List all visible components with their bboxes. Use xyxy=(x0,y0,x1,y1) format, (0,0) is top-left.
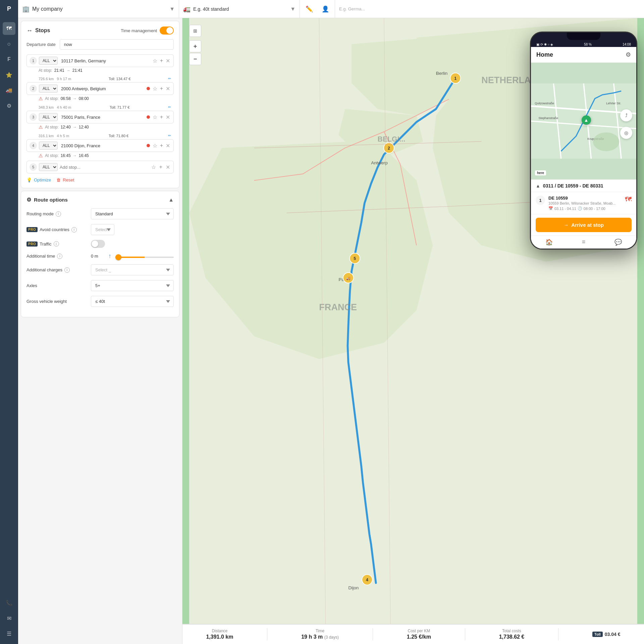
vehicle-selector[interactable]: 🚛 E.g. 40t standard ▼ xyxy=(179,0,300,18)
stop-3-remove-button[interactable]: ✕ xyxy=(165,113,171,121)
traffic-toggle[interactable] xyxy=(91,240,105,248)
stop-4-star-button[interactable]: ☆ xyxy=(152,142,158,150)
reset-button[interactable]: 🗑 Reset xyxy=(56,177,74,182)
phone-stop-time: 📅 03.11 - 04.11 🕐 08:00 - 17:00 xyxy=(548,206,622,211)
svg-text:FRANCE: FRANCE xyxy=(319,302,357,312)
additional-time-slider[interactable] xyxy=(115,257,174,258)
stop-3-star-button[interactable]: ☆ xyxy=(152,113,158,121)
sidebar-item-f[interactable]: F xyxy=(3,53,15,66)
add-stop-plus-button[interactable]: + xyxy=(159,163,163,171)
phone-list-button[interactable]: ≡ xyxy=(582,238,586,246)
routing-mode-select[interactable]: Standard xyxy=(91,208,174,219)
phone-calendar-icon: 📅 xyxy=(548,206,553,211)
stop-1-actions: ☆ + ✕ xyxy=(152,57,171,65)
additional-charges-select[interactable]: Select _ xyxy=(91,264,174,275)
stop-4-add-button[interactable]: + xyxy=(159,142,164,150)
gross-vehicle-weight-select[interactable]: ≤ 40t xyxy=(91,296,174,307)
stop-4-alert-dot xyxy=(147,144,150,147)
time-management-toggle[interactable] xyxy=(160,26,174,35)
axles-select[interactable]: 5+ xyxy=(91,280,174,291)
edit-button[interactable]: ✏️ xyxy=(304,4,315,14)
phone-chat-button[interactable]: 💬 xyxy=(614,238,622,246)
company-selector[interactable]: 🏢 My company ▼ xyxy=(18,0,179,18)
layers-button[interactable]: ⊞ xyxy=(189,25,201,37)
bottom-stat-distance: Distance 1,391.0 km xyxy=(206,629,233,640)
phone-share-button[interactable]: ⤴ xyxy=(620,109,632,121)
traffic-info-icon[interactable]: i xyxy=(54,241,59,247)
additional-time-value: 0 m xyxy=(91,254,104,259)
zoom-in-button[interactable]: + xyxy=(189,40,201,52)
stop-4-time-label: At stop: xyxy=(45,153,59,158)
stop-1-time-row: At stop: 21:41 → 21:41 xyxy=(26,67,174,74)
stop-1-star-button[interactable]: ☆ xyxy=(152,57,158,65)
stop-4-remove-button[interactable]: ✕ xyxy=(165,142,171,150)
phone-home-button[interactable]: 🏠 xyxy=(545,238,553,246)
stop-1-remove-button[interactable]: ✕ xyxy=(165,57,171,65)
phone-stop-map-icon[interactable]: 🗺 xyxy=(625,196,632,203)
stop-item-4: 4 ALL 21000 Dijon, France ☆ + ✕ ⚠ At sto… xyxy=(26,139,174,159)
route-options-collapse-icon: ▲ xyxy=(168,197,174,203)
bottom-bar: Distance 1,391.0 km Time 19 h 3 m (3 day… xyxy=(182,624,644,644)
stop-type-select-2[interactable]: ALL xyxy=(39,85,58,93)
add-stop-input[interactable] xyxy=(60,165,149,170)
sidebar-item-circle[interactable]: ○ xyxy=(3,38,15,50)
add-stop-type-select[interactable]: ALL xyxy=(39,163,58,171)
add-stop-star-button[interactable]: ☆ xyxy=(151,163,157,171)
svg-text:Quitzowstraße: Quitzowstraße xyxy=(535,102,554,105)
additional-charges-info-icon[interactable]: i xyxy=(64,267,70,273)
bottom-divider-3 xyxy=(465,628,465,640)
sidebar-item-phone[interactable]: 📞 xyxy=(3,596,15,609)
svg-text:Antwerp: Antwerp xyxy=(371,160,388,165)
filter-icon: ⚙ xyxy=(26,197,31,203)
add-stop-remove-button[interactable]: ✕ xyxy=(165,163,171,171)
sidebar-item-settings[interactable]: ⚙ xyxy=(3,99,15,112)
routing-mode-row: Routing mode i Standard xyxy=(26,208,174,219)
bottom-distance-value: 1,391.0 km xyxy=(206,634,233,640)
bottom-toll: Toll 03.04 € xyxy=(592,632,620,637)
additional-time-info-icon[interactable]: i xyxy=(57,254,62,259)
stop-3-alert-dot xyxy=(147,115,150,119)
segment-2-edit-icon[interactable]: ✏ xyxy=(168,105,171,109)
avoid-countries-info-icon[interactable]: i xyxy=(71,227,77,232)
avoid-countries-select[interactable]: Select . xyxy=(91,224,114,235)
segment-2: 348.3 km 4 h 40 m Toll: 71.77 € ✏ xyxy=(26,104,174,111)
gross-vehicle-weight-text: Gross vehicle weight xyxy=(26,299,67,304)
routing-mode-info-icon[interactable]: i xyxy=(56,211,61,217)
segment-3-edit-icon[interactable]: ✏ xyxy=(168,133,171,138)
sidebar-item-route[interactable]: 🗺 xyxy=(3,22,15,35)
phone-stop-info: DE 10559 10559 Berlin, Wilsnacker Straße… xyxy=(548,196,622,211)
stop-2-add-button[interactable]: + xyxy=(159,85,164,93)
sidebar-item-menu[interactable]: ☰ xyxy=(3,627,15,640)
phone-mockup: ▣ ⟳ ✱ ○ ◈ 58 % 14:08 Home ⚙ xyxy=(530,32,637,250)
stop-4-time-to: 16:45 xyxy=(79,153,89,158)
stop-1-add-button[interactable]: + xyxy=(159,57,164,65)
stop-3-add-button[interactable]: + xyxy=(159,113,164,121)
zoom-out-button[interactable]: − xyxy=(189,53,201,65)
phone-time: 14:08 xyxy=(623,43,631,46)
phone-route-collapse-icon[interactable]: ▲ xyxy=(536,183,540,189)
svg-text:Dijon: Dijon xyxy=(348,585,359,590)
segment-1-edit-icon[interactable]: ✏ xyxy=(168,76,171,81)
stop-type-select-3[interactable]: ALL xyxy=(39,113,58,121)
stop-2-remove-button[interactable]: ✕ xyxy=(165,85,171,93)
stop-type-select-1[interactable]: ALL xyxy=(39,57,58,65)
map-area[interactable]: NETHERLANDS BELGI... FRANCE GERMANY Berl… xyxy=(182,18,644,624)
optimize-button[interactable]: 💡 Optimize xyxy=(26,177,51,182)
stop-type-select-4[interactable]: ALL xyxy=(39,142,58,150)
departure-input[interactable] xyxy=(60,39,174,50)
route-options-header[interactable]: ⚙ Route options ▲ xyxy=(26,197,174,203)
stop-1-time-label: At stop: xyxy=(39,68,52,73)
stop-3-alert-icon: ⚠ xyxy=(39,124,43,130)
sidebar-item-fleet[interactable]: 🚚 xyxy=(3,84,15,97)
stop-2-star-button[interactable]: ☆ xyxy=(152,85,158,93)
additional-time-up-icon[interactable]: ↑ xyxy=(108,253,111,260)
phone-settings-icon[interactable]: ⚙ xyxy=(626,51,631,58)
phone-arrive-button[interactable]: → Arrive at stop xyxy=(536,218,632,232)
phone-map-area: Quitzowstraße Stephanstraße Lehrter Str.… xyxy=(531,63,636,179)
user-button[interactable]: 👤 xyxy=(320,4,331,14)
optimize-icon: 💡 xyxy=(26,177,32,182)
phone-stop-date: 03.11 - 04.11 xyxy=(554,207,576,211)
sidebar-item-mail[interactable]: ✉ xyxy=(3,612,15,625)
additional-time-label-group: Additional time i xyxy=(26,254,87,259)
sidebar-item-favorites[interactable]: ⭐ xyxy=(3,68,15,81)
